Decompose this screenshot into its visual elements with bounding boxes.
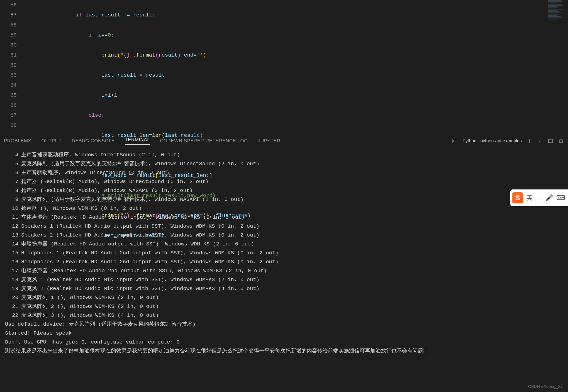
terminal-line: Started! Please speak <box>5 329 563 338</box>
terminal-line: 21麦克风阵列 2 (), Windows WDM-KS (2 in, 0 ou… <box>5 302 563 311</box>
line-number: 57 <box>0 10 17 20</box>
keyboard-icon[interactable]: ⌨ <box>556 194 565 201</box>
terminal-icon <box>452 138 458 144</box>
line-number-gutter: 56 57 58 59 60 61 62 63 64 65 66 67 68 <box>0 0 25 134</box>
tab-jupyter[interactable]: JUPYTER <box>258 138 281 144</box>
tab-codewhisperer[interactable]: CODEWHISPERER REFERENCE LOG <box>160 138 248 144</box>
code-line[interactable]: i=i+1 <box>25 90 547 100</box>
line-number: 58 <box>0 20 17 30</box>
terminal-shell-label[interactable]: Python - python-api-examples <box>462 138 522 143</box>
line-number: 65 <box>0 90 17 100</box>
svg-rect-3 <box>560 140 562 143</box>
new-terminal-icon[interactable] <box>526 138 532 144</box>
code-line[interactable]: if i==0: <box>25 30 547 40</box>
line-number: 61 <box>0 50 17 60</box>
line-number: 56 <box>0 0 17 10</box>
terminal-line: 20麦克风阵列 1 (), Windows WDM-KS (2 in, 0 ou… <box>5 293 563 302</box>
line-number: 67 <box>0 110 17 120</box>
svg-rect-1 <box>549 139 552 143</box>
tab-problems[interactable]: PROBLEMS <box>4 138 31 144</box>
code-line[interactable]: if last_result != result: <box>25 10 547 20</box>
tab-debug-console[interactable]: DEBUG CONSOLE <box>72 138 115 144</box>
line-number: 62 <box>0 60 17 70</box>
line-number: 64 <box>0 80 17 90</box>
sogou-logo-icon[interactable]: S <box>512 192 523 203</box>
terminal-line: Use default device: 麦克风阵列 (适用于数字麦克风的英特尔®… <box>5 320 563 329</box>
split-terminal-icon[interactable] <box>547 138 554 144</box>
line-number: 63 <box>0 70 17 80</box>
line-number: 60 <box>0 40 17 50</box>
svg-rect-0 <box>453 139 457 143</box>
terminal-cursor <box>423 348 426 354</box>
terminal-line: Don't Use GPU. has_gpu: 0, config.use_vu… <box>5 338 563 347</box>
ime-lang-label[interactable]: 英 <box>526 194 533 202</box>
minimap[interactable] <box>547 0 568 134</box>
code-editor[interactable]: 56 57 58 59 60 61 62 63 64 65 66 67 68 i… <box>0 0 568 134</box>
code-content[interactable]: if last_result != result: if i==0: print… <box>25 0 547 134</box>
kill-terminal-icon[interactable] <box>558 138 564 144</box>
tab-output[interactable]: OUTPUT <box>41 138 62 144</box>
code-line[interactable]: print("{}".format(result),end='') <box>25 50 547 60</box>
ime-punct-label[interactable]: ， <box>536 194 542 202</box>
line-number: 68 <box>0 120 17 130</box>
terminal-line: 19麦克风 2 (Realtek HD Audio Mic input with… <box>5 284 563 293</box>
watermark: CSDN @loong_XL <box>528 384 563 389</box>
ime-toolbar[interactable]: S 英 ， 🎤 ⌨ <box>510 189 568 206</box>
terminal-line: 22麦克风阵列 3 (), Windows WDM-KS (4 in, 0 ou… <box>5 311 563 320</box>
microphone-icon[interactable]: 🎤 <box>545 194 553 201</box>
code-line[interactable]: last_result = result <box>25 70 547 80</box>
terminal-line: 测试结果还是不出来出来了好棒加油很棒现在的效果是我想要的吧加油努力奋斗现在很好但… <box>5 347 563 356</box>
code-line[interactable]: else: <box>25 110 547 120</box>
tab-terminal[interactable]: TERMINAL <box>125 137 150 145</box>
chevron-down-icon[interactable] <box>537 138 543 144</box>
line-number: 59 <box>0 30 17 40</box>
line-number: 66 <box>0 100 17 110</box>
